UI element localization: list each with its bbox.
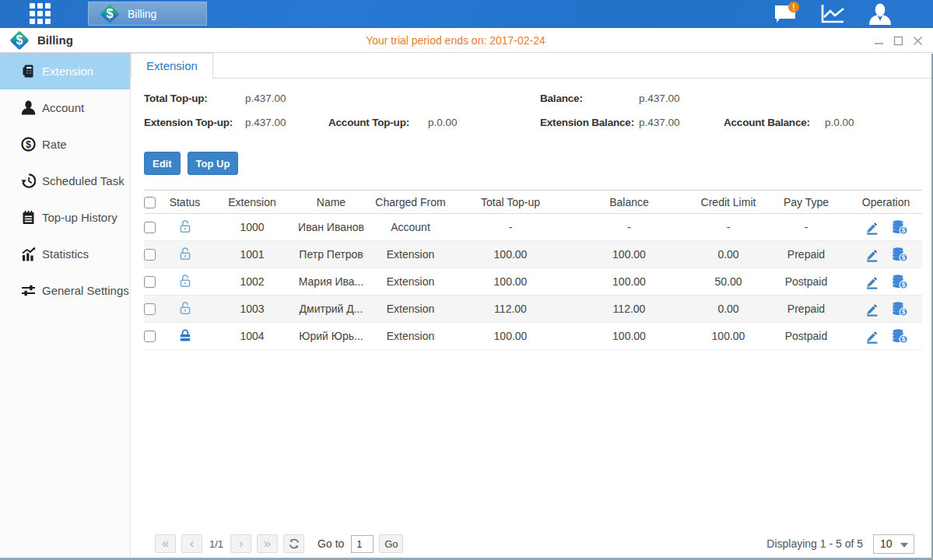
summary-section: Total Top-up: p.437.00 Balance: p.437.00… — [131, 90, 933, 140]
tab-extension[interactable]: Extension — [131, 53, 213, 79]
sidebar-item-topup-history[interactable]: Top-up History — [0, 199, 130, 236]
sidebar-item-label: Top-up History — [42, 211, 118, 224]
edit-row-icon[interactable] — [865, 220, 879, 235]
account-balance-value: p.0.00 — [825, 117, 854, 128]
row-checkbox[interactable] — [144, 331, 156, 342]
operation-cell: $ — [850, 241, 922, 268]
col-charged-from: Charged From — [364, 191, 457, 214]
app-launcher-icon[interactable] — [30, 3, 51, 25]
prev-page-button[interactable]: ‹ — [181, 534, 202, 553]
total-topup-value: p.437.00 — [245, 93, 286, 104]
action-buttons: Edit Top Up — [144, 152, 933, 175]
taskbar-item-label: Billing — [128, 8, 156, 20]
topup-row-icon[interactable]: $ — [891, 247, 908, 262]
edit-row-icon[interactable] — [865, 329, 879, 344]
pay-type-cell: Postpaid — [763, 323, 850, 350]
page-size-value: 10 — [880, 537, 893, 550]
last-page-button[interactable]: » — [257, 534, 278, 553]
sidebar-item-rate[interactable]: $ Rate — [0, 126, 130, 163]
taskbar: Billing ! — [0, 0, 933, 28]
pay-type-cell: Prepaid — [763, 296, 850, 323]
col-pay-type: Pay Type — [763, 191, 850, 214]
charged-from-cell: Extension — [364, 268, 457, 296]
user-menu-button[interactable] — [865, 2, 895, 26]
table-header-row: Status Extension Name Charged From Total… — [144, 191, 922, 214]
svg-text:$: $ — [26, 139, 31, 150]
maximize-button[interactable] — [893, 35, 904, 47]
sidebar-item-extension[interactable]: Extension — [0, 53, 130, 89]
row-checkbox[interactable] — [144, 276, 156, 288]
col-balance: Balance — [564, 191, 694, 214]
credit-limit-cell: 0.00 — [694, 241, 763, 268]
notifications-button[interactable]: ! — [770, 2, 800, 26]
extension-topup-value: p.437.00 — [245, 117, 286, 128]
tab-label: Extension — [146, 59, 198, 72]
pay-type-cell: Prepaid — [763, 241, 850, 268]
goto-label: Go to — [317, 537, 344, 550]
close-button[interactable] — [912, 35, 924, 47]
sidebar-item-statistics[interactable]: Statistics — [0, 236, 130, 272]
taskbar-item-billing[interactable]: Billing — [88, 2, 207, 26]
table-row: 1001 Петр Петров Extension 100.00 100.00… — [144, 241, 922, 268]
sidebar-item-label: General Settings — [42, 284, 129, 297]
row-checkbox[interactable] — [144, 222, 156, 233]
pagination-bar: « ‹ 1/1 › » Go to Go Displaying 1 - 5 of… — [131, 534, 933, 554]
first-page-button[interactable]: « — [155, 534, 176, 553]
svg-text:$: $ — [901, 254, 905, 261]
unlocked-icon — [178, 219, 192, 233]
svg-text:$: $ — [901, 308, 905, 316]
sidebar-item-general-settings[interactable]: General Settings — [0, 272, 130, 309]
topbar-icons: ! — [770, 0, 895, 28]
topup-button[interactable]: Top Up — [188, 152, 239, 175]
total-topup-cell: - — [457, 214, 564, 241]
statistics-button[interactable] — [818, 2, 847, 26]
row-checkbox[interactable] — [144, 249, 156, 261]
extension-table: Status Extension Name Charged From Total… — [144, 190, 922, 350]
total-topup-cell: 100.00 — [457, 323, 564, 350]
total-topup-cell: 100.00 — [457, 241, 564, 268]
sidebar-item-label: Scheduled Task — [42, 174, 125, 187]
topup-row-icon[interactable]: $ — [891, 274, 908, 289]
name-cell: Дмитрий Д... — [298, 296, 364, 323]
balance-cell: 100.00 — [564, 241, 694, 268]
goto-page-input[interactable] — [351, 535, 374, 553]
extension-cell: 1003 — [206, 296, 298, 323]
col-select — [144, 191, 163, 214]
status-cell — [163, 323, 206, 350]
status-cell — [163, 214, 206, 241]
refresh-button[interactable] — [283, 534, 304, 553]
col-status: Status — [163, 191, 206, 214]
sidebar: Extension Account $ Rate Scheduled Task — [0, 53, 131, 559]
name-cell: Мария Ива... — [298, 268, 364, 296]
account-topup-value: p.0.00 — [428, 117, 458, 128]
extension-cell: 1002 — [206, 268, 298, 296]
topup-history-icon — [21, 210, 36, 225]
edit-row-icon[interactable] — [865, 275, 879, 289]
topup-row-icon[interactable]: $ — [891, 328, 908, 344]
edit-button[interactable]: Edit — [144, 152, 181, 175]
sidebar-item-label: Extension — [42, 65, 93, 78]
line-chart-icon — [820, 4, 845, 24]
topup-row-icon[interactable]: $ — [891, 219, 908, 235]
charged-from-cell: Extension — [364, 296, 457, 323]
edit-row-icon[interactable] — [865, 247, 879, 262]
col-operation: Operation — [850, 191, 922, 214]
rate-icon: $ — [21, 137, 36, 152]
sidebar-item-account[interactable]: Account — [0, 89, 130, 126]
charged-from-cell: Extension — [364, 323, 457, 350]
next-page-button[interactable]: › — [230, 534, 251, 553]
topup-row-icon[interactable]: $ — [891, 301, 908, 317]
displaying-info: Displaying 1 - 5 of 5 — [766, 537, 863, 550]
row-checkbox[interactable] — [144, 303, 156, 315]
unlocked-icon — [178, 301, 192, 315]
edit-row-icon[interactable] — [865, 302, 879, 317]
page-size-select[interactable]: 10 — [873, 534, 914, 554]
select-all-checkbox[interactable] — [144, 197, 156, 208]
extension-topup-label: Extension Top-up: — [144, 117, 233, 128]
go-button[interactable]: Go — [379, 534, 403, 553]
extension-balance-label: Extension Balance: — [540, 117, 634, 128]
window-titlebar: Billing Your trial period ends on: 2017-… — [0, 28, 933, 53]
trial-notice: Your trial period ends on: 2017-02-24 — [0, 34, 911, 47]
sidebar-item-scheduled-task[interactable]: Scheduled Task — [0, 163, 130, 199]
minimize-button[interactable] — [873, 35, 885, 47]
